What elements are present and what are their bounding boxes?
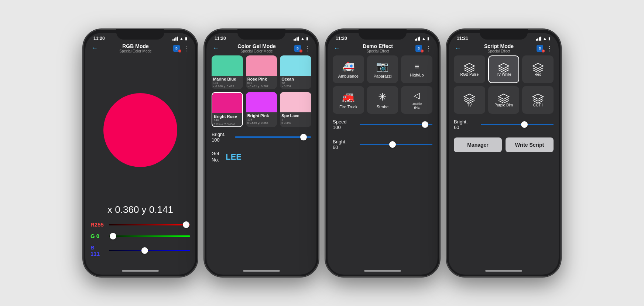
effect-name-strobe: Strobe	[377, 105, 388, 109]
effect-strobe[interactable]: ✳ Strobe	[367, 86, 398, 114]
nav-main-title-3: Demo Effect	[340, 43, 415, 49]
phone-1-screen: 11:20 ▲ ▮ ← RGB Mode Special Color Mode …	[85, 33, 195, 275]
status-bar-1: 11:20 ▲ ▮	[85, 33, 195, 42]
nav-title-1: RGB Mode Special Color Mode	[98, 43, 173, 53]
gel-item-0[interactable]: Marine Blue 131x 0.268 y: 0.419	[212, 55, 243, 89]
manager-button[interactable]: Manager	[454, 137, 502, 152]
nav-bar-2: ← Color Gel Mode Special Color Mode B ⋮	[206, 42, 316, 55]
gel-item-2[interactable]: Ocean 72x 0.251	[280, 55, 311, 89]
home-indicator-4	[449, 267, 559, 275]
nav-bar-3: ← Demo Effect Special Effect B ⋮	[328, 42, 438, 55]
bluetooth-icon-3[interactable]: B	[415, 45, 422, 52]
gel-name-5: Spe Lave	[281, 113, 310, 118]
nav-bar-4: ← Script Mode Special Effect B ⋮	[449, 42, 559, 55]
nav-sub-title-4: Special Effect	[461, 49, 537, 53]
ambulance-icon: 🚑	[342, 60, 355, 72]
script-tv[interactable]: TV	[454, 86, 485, 114]
gel-no-label: GelNo.	[212, 151, 219, 163]
script-name-1: TV White	[496, 72, 511, 76]
gel-name-3: Bright Rose	[214, 114, 241, 119]
phone-4-screen: 11:21 ▲ ▮ ← Script Mode Special Effect B	[449, 33, 559, 275]
nav-title-3: Demo Effect Special Effect	[340, 43, 415, 53]
gel-item-5[interactable]: Spe Lave 1x 0.348	[280, 92, 311, 127]
home-indicator-2	[206, 267, 316, 275]
nav-bar-1: ← RGB Mode Special Color Mode B ⋮	[85, 42, 195, 55]
nav-title-2: Color Gel Mode Special Color Mode	[219, 43, 294, 53]
brightness-section-2: Bright.100	[212, 132, 311, 143]
layers-icon-rgbpulse	[463, 62, 476, 72]
more-icon-1[interactable]: ⋮	[183, 44, 189, 52]
phone-3-screen: 11:20 ▲ ▮ ← Demo Effect Special Effect B	[328, 33, 438, 275]
gel-coords-2: 72x 0.251	[281, 81, 310, 88]
back-button-4[interactable]: ←	[455, 44, 461, 52]
home-indicator-3	[328, 267, 438, 275]
color-circle[interactable]	[103, 93, 177, 167]
firetruck-icon: 🚒	[342, 91, 355, 103]
nav-icons-2: B ⋮	[294, 44, 311, 52]
bluetooth-icon-2[interactable]: B	[294, 45, 301, 52]
effect-name-paparazzi: Paparazzi	[374, 74, 392, 78]
bluetooth-icon-4[interactable]: B	[537, 45, 543, 52]
nav-icons-4: B ⋮	[537, 44, 553, 52]
brightness-slider-2[interactable]	[235, 136, 311, 138]
slider-r-track[interactable]	[109, 224, 190, 225]
gel-item-4[interactable]: Bright Pink 128x 0.565 y: 0.256	[246, 92, 277, 127]
script-cct[interactable]: CCT I	[522, 86, 554, 114]
layers-icon-cct	[531, 93, 545, 103]
phones-container: 11:20 ▲ ▮ ← RGB Mode Special Color Mode …	[76, 22, 568, 284]
effect-double[interactable]: ◁ Double(Ha	[401, 86, 432, 114]
gel-grid: Marine Blue 131x 0.268 y: 0.419 Rose Pin…	[212, 55, 311, 127]
status-icons-3: ▲ ▮	[415, 36, 429, 41]
script-purple-dim[interactable]: Purple Dim	[488, 86, 520, 114]
script-rgb-pulse[interactable]: RGB Pulse	[454, 55, 485, 83]
effect-firetruck[interactable]: 🚒 Fire Truck	[333, 86, 364, 114]
time-3: 11:20	[336, 36, 347, 41]
slider-b-row: B 111	[90, 244, 190, 257]
effect-paparazzi[interactable]: 📷 Paparazzi	[367, 55, 398, 83]
back-button-2[interactable]: ←	[212, 44, 219, 52]
highlo-icon: ≡	[414, 62, 419, 71]
screen-content-3: 🚑 Ambulance 📷 Paparazzi ≡ High/Lo 🚒 Fire…	[328, 55, 438, 267]
more-icon-4[interactable]: ⋮	[546, 44, 553, 52]
brightness-slider-4[interactable]	[481, 124, 554, 125]
effect-ambulance[interactable]: 🚑 Ambulance	[333, 55, 364, 83]
bluetooth-icon-1[interactable]: B	[173, 45, 180, 52]
gel-item-3[interactable]: Bright Rose 148x 0.617 y: 0.302	[212, 92, 243, 127]
write-script-button[interactable]: Write Script	[506, 137, 554, 152]
slider-b-track[interactable]	[109, 250, 190, 251]
slider-g-track[interactable]	[109, 235, 190, 237]
color-circle-container	[90, 55, 190, 201]
strobe-icon: ✳	[378, 91, 387, 103]
back-button-1[interactable]: ←	[91, 44, 98, 52]
phone-4: 11:21 ▲ ▮ ← Script Mode Special Effect B	[446, 29, 561, 277]
phone-1: 11:20 ▲ ▮ ← RGB Mode Special Color Mode …	[83, 29, 198, 277]
nav-icons-3: B ⋮	[415, 44, 432, 52]
status-bar-3: 11:20 ▲ ▮	[328, 33, 438, 42]
speed-slider[interactable]	[360, 124, 432, 125]
nav-icons-1: B ⋮	[173, 44, 189, 52]
script-red[interactable]: Red	[522, 55, 554, 83]
more-icon-3[interactable]: ⋮	[425, 44, 432, 52]
effect-highlo[interactable]: ≡ High/Lo	[401, 55, 432, 83]
time-4: 11:21	[457, 36, 468, 41]
brightness-label-4: Bright.60	[454, 119, 478, 130]
gel-item-1[interactable]: Rose Pink 002x 0.491 y: 0.287	[246, 55, 277, 89]
script-tv-white[interactable]: TV White	[488, 55, 520, 83]
screen-content-1: x 0.360 y 0.141 R255 G 0 B 111	[85, 55, 195, 267]
slider-r-label: R255	[90, 221, 105, 228]
effect-name-ambulance: Ambulance	[338, 74, 359, 78]
nav-main-title-1: RGB Mode	[98, 43, 173, 49]
wifi-icon-1: ▲	[179, 36, 184, 41]
back-button-3[interactable]: ←	[333, 44, 340, 52]
effect-grid: 🚑 Ambulance 📷 Paparazzi ≡ High/Lo 🚒 Fire…	[333, 55, 432, 114]
gel-coords-5: 1x 0.348	[281, 118, 310, 125]
brightness-slider-3[interactable]	[360, 144, 432, 145]
nav-main-title-2: Color Gel Mode	[219, 43, 294, 49]
script-buttons: Manager Write Script	[454, 137, 554, 152]
more-icon-2[interactable]: ⋮	[304, 44, 311, 52]
effect-name-double: Double(Ha	[411, 102, 422, 109]
battery-icon-3: ▮	[427, 37, 429, 41]
nav-sub-title-3: Special Effect	[340, 49, 415, 53]
xy-display: x 0.360 y 0.141	[90, 201, 190, 221]
status-bar-4: 11:21 ▲ ▮	[449, 33, 559, 42]
